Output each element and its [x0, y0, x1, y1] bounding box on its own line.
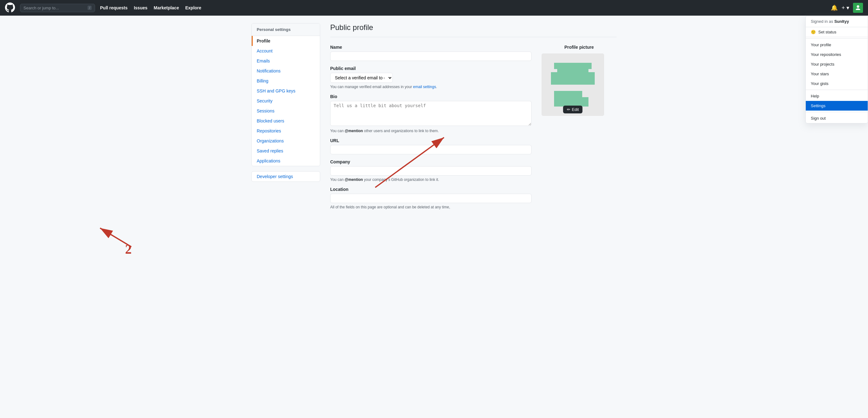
pencil-icon: ✏: [567, 107, 570, 112]
email-note: You can manage verified email addresses …: [330, 85, 532, 89]
sidebar: Personal settings Profile Account Emails…: [251, 23, 320, 214]
page-title: Public profile: [330, 23, 617, 37]
search-slash-key: /: [88, 6, 92, 10]
bio-note: You can @mention other users and organiz…: [330, 129, 532, 133]
email-note-text: You can manage verified email addresses …: [330, 85, 412, 89]
sidebar-item-repositories[interactable]: Repositories: [252, 126, 320, 136]
public-email-group: Public email Select a verified email to …: [330, 66, 532, 89]
dropdown-divider-3: [806, 112, 868, 112]
sidebar-section-main: Personal settings Profile Account Emails…: [251, 23, 320, 166]
avatar-block-2: [554, 63, 592, 69]
profile-form-section: Name Public email Select a verified emai…: [330, 45, 617, 214]
sidebar-item-security[interactable]: Security: [252, 96, 320, 106]
user-dropdown-menu: Signed in as SunItyy 🙂 Set status Your p…: [805, 15, 868, 124]
sidebar-item-account[interactable]: Account: [252, 46, 320, 56]
location-group: Location All of the fields on this page …: [330, 187, 532, 209]
url-input[interactable]: [330, 145, 532, 154]
sidebar-item-applications[interactable]: Applications: [252, 156, 320, 166]
sidebar-item-emails[interactable]: Emails: [252, 56, 320, 66]
nav-marketplace[interactable]: Marketplace: [154, 5, 179, 10]
dropdown-settings[interactable]: Settings: [806, 101, 868, 111]
sidebar-item-notifications[interactable]: Notifications: [252, 66, 320, 76]
location-input[interactable]: [330, 194, 532, 203]
bell-icon[interactable]: 🔔: [831, 4, 838, 11]
name-group: Name: [330, 45, 532, 61]
company-input[interactable]: [330, 166, 532, 176]
avatar-block-5: [554, 97, 588, 107]
sidebar-item-saved-replies[interactable]: Saved replies: [252, 146, 320, 156]
dropdown-your-repositories[interactable]: Your repositories: [806, 50, 868, 59]
navbar-right: 🔔 + ▾: [831, 3, 863, 13]
dropdown-username: SunItyy: [834, 19, 849, 24]
location-label: Location: [330, 187, 532, 192]
navbar: Search or jump to... / Pull requests Iss…: [0, 0, 868, 15]
dropdown-your-gists[interactable]: Your gists: [806, 79, 868, 89]
url-label: URL: [330, 138, 532, 143]
sidebar-item-profile[interactable]: Profile: [252, 36, 320, 46]
profile-picture-section: Profile picture ✏ E: [541, 45, 617, 214]
nav-pull-requests[interactable]: Pull requests: [100, 5, 128, 10]
main-content: Public profile Name Public email Select …: [320, 23, 617, 214]
company-group: Company You can @mention your company's …: [330, 159, 532, 182]
location-note: All of the fields on this page are optio…: [330, 205, 532, 209]
page-container: Personal settings Profile Account Emails…: [246, 15, 622, 222]
dropdown-divider-1: [806, 38, 868, 39]
sidebar-item-ssh-gpg[interactable]: SSH and GPG keys: [252, 86, 320, 96]
bio-textarea[interactable]: [330, 101, 532, 126]
dropdown-header: Signed in as SunItyy: [806, 16, 868, 27]
dropdown-your-stars[interactable]: Your stars: [806, 69, 868, 79]
form-left: Name Public email Select a verified emai…: [330, 45, 532, 214]
user-avatar[interactable]: [853, 3, 863, 13]
bio-label: Bio: [330, 94, 532, 99]
sidebar-item-blocked-users[interactable]: Blocked users: [252, 116, 320, 126]
plus-icon[interactable]: + ▾: [841, 4, 849, 11]
public-email-select[interactable]: Select a verified email to display: [330, 73, 393, 83]
dropdown-help[interactable]: Help: [806, 91, 868, 101]
nav-explore[interactable]: Explore: [185, 5, 201, 10]
name-label: Name: [330, 45, 532, 50]
profile-picture-label: Profile picture: [541, 45, 617, 50]
avatar-block-3: [551, 72, 595, 85]
sidebar-item-organizations[interactable]: Organizations: [252, 136, 320, 146]
dropdown-your-profile[interactable]: Your profile: [806, 40, 868, 50]
name-input[interactable]: [330, 51, 532, 61]
dropdown-sign-out[interactable]: Sign out: [806, 113, 868, 123]
search-input[interactable]: Search or jump to... /: [20, 4, 95, 12]
url-group: URL: [330, 138, 532, 154]
set-status-button[interactable]: 🙂 Set status: [806, 27, 868, 37]
sidebar-item-sessions[interactable]: Sessions: [252, 106, 320, 116]
edit-profile-picture-button[interactable]: ✏ Edit: [563, 106, 583, 113]
nav-issues[interactable]: Issues: [134, 5, 148, 10]
sidebar-developer-settings[interactable]: Developer settings: [251, 171, 320, 182]
navbar-links: Pull requests Issues Marketplace Explore: [100, 5, 202, 10]
company-note: You can @mention your company's GitHub o…: [330, 177, 532, 182]
smiley-icon: 🙂: [811, 30, 816, 34]
company-label: Company: [330, 159, 532, 164]
github-logo[interactable]: [5, 2, 15, 13]
dropdown-divider-2: [806, 90, 868, 90]
set-status-label: Set status: [818, 30, 836, 34]
profile-picture-container: ✏ Edit: [541, 54, 604, 116]
public-email-label: Public email: [330, 66, 532, 71]
edit-button-label: Edit: [572, 107, 579, 112]
dropdown-your-projects[interactable]: Your projects: [806, 59, 868, 69]
email-settings-link[interactable]: email settings: [413, 85, 436, 89]
search-placeholder-text: Search or jump to...: [24, 6, 59, 10]
bio-group: Bio You can @mention other users and org…: [330, 94, 532, 133]
sidebar-heading: Personal settings: [252, 24, 320, 36]
sidebar-item-billing[interactable]: Billing: [252, 76, 320, 86]
